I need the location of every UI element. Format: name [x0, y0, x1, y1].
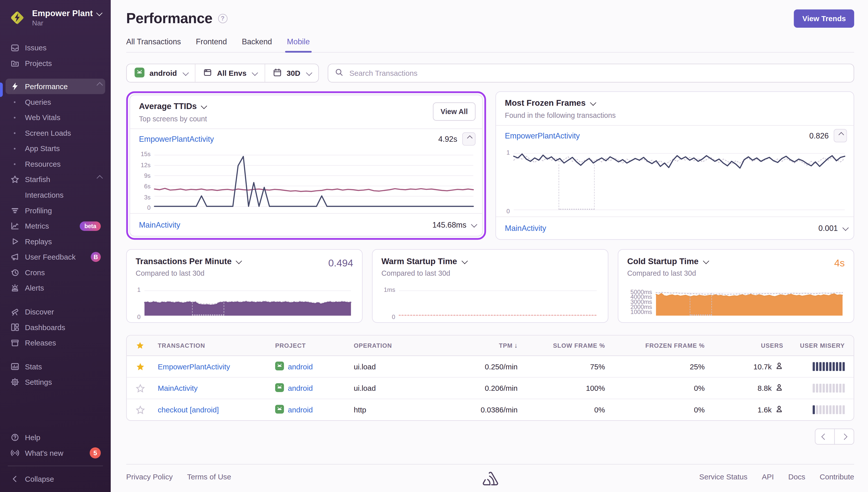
tpm-value: 0.494 [328, 257, 353, 269]
docs-link[interactable]: Docs [788, 473, 805, 481]
prev-page-button[interactable] [815, 428, 835, 445]
service-status-link[interactable]: Service Status [699, 473, 747, 481]
project-link[interactable]: android [288, 405, 313, 414]
tab-mobile[interactable]: Mobile [287, 37, 310, 52]
sidebar-item-user-feedback[interactable]: User FeedbackB [5, 249, 105, 265]
sidebar-item-label: Stats [25, 362, 42, 371]
transaction-link[interactable]: checkout [android] [158, 405, 275, 414]
metrics-icon [10, 222, 19, 230]
sidebar-item-alerts[interactable]: Alerts [5, 280, 105, 296]
misery-bar [836, 384, 838, 393]
cold-startup-title[interactable]: Cold Startup Time [627, 256, 845, 266]
collapse-button[interactable] [834, 129, 847, 142]
tab-frontend[interactable]: Frontend [196, 37, 227, 52]
sidebar-item-screen-loads[interactable]: Screen Loads [5, 125, 105, 141]
tab-all-transactions[interactable]: All Transactions [126, 37, 181, 52]
average-ttids-subtitle: Top screens by count [139, 115, 473, 123]
help-icon[interactable] [218, 14, 227, 23]
sidebar-item-crons[interactable]: Crons [5, 265, 105, 280]
col-project[interactable]: PROJECT [275, 342, 354, 349]
misery-bar [833, 384, 835, 393]
org-switcher[interactable]: Empower Plant Nar [0, 0, 111, 33]
cold-startup-value: 4s [834, 257, 845, 269]
misery-bar [816, 405, 818, 414]
nav-gap [5, 296, 105, 304]
nav-gap [5, 350, 105, 359]
dashboards-icon [10, 323, 19, 331]
col-slow-frame[interactable]: SLOW FRAME % [517, 342, 605, 349]
table-header: TRANSACTION PROJECT OPERATION TPM SLOW F… [127, 336, 854, 356]
sidebar-item-interactions[interactable]: Interactions [5, 187, 105, 203]
col-frozen-frame[interactable]: FROZEN FRAME % [605, 342, 705, 349]
average-ttids-title[interactable]: Average TTIDs [139, 101, 473, 110]
sidebar-item-settings[interactable]: Settings [5, 374, 105, 390]
environment-filter[interactable]: All Envs [195, 64, 264, 82]
misery-bar [843, 362, 845, 371]
expand-button[interactable] [471, 223, 475, 227]
sidebar-item-projects[interactable]: Projects [5, 55, 105, 71]
sidebar-item-performance[interactable]: Performance [5, 78, 105, 94]
tab-backend[interactable]: Backend [242, 37, 272, 52]
sidebar-item-help[interactable]: Help [5, 429, 105, 445]
frozen-frames-title[interactable]: Most Frozen Frames [505, 98, 845, 107]
misery-bar [839, 405, 842, 414]
view-all-button[interactable]: View All [433, 102, 476, 121]
contribute-link[interactable]: Contribute [820, 473, 854, 481]
sidebar-item-stats[interactable]: Stats [5, 359, 105, 374]
search-input[interactable] [348, 69, 847, 78]
transaction-link[interactable]: MainActivity [505, 224, 546, 232]
date-range-filter[interactable]: 30D [264, 64, 318, 82]
environment-icon [203, 68, 212, 78]
project-filter[interactable]: android [127, 64, 195, 82]
next-page-button[interactable] [834, 428, 854, 445]
star-toggle[interactable] [136, 405, 158, 414]
star-toggle[interactable] [136, 362, 158, 371]
sidebar-item-starfish[interactable]: Starfish [5, 172, 105, 187]
table-row: EmpowerPlantActivity android ui.load 0.2… [127, 356, 854, 378]
sidebar-item-metrics[interactable]: Metricsbeta [5, 218, 105, 233]
sidebar-item-dashboards[interactable]: Dashboards [5, 320, 105, 335]
sidebar-item-web-vitals[interactable]: Web Vitals [5, 109, 105, 125]
project-link[interactable]: android [288, 384, 313, 392]
col-users[interactable]: USERS [705, 342, 783, 349]
star-toggle[interactable] [136, 384, 158, 393]
col-tpm[interactable]: TPM [447, 342, 517, 349]
view-trends-button[interactable]: View Trends [794, 9, 854, 27]
col-user-misery[interactable]: USER MISERY [784, 342, 845, 349]
transaction-link[interactable]: EmpowerPlantActivity [505, 131, 580, 140]
col-operation[interactable]: OPERATION [354, 342, 446, 349]
misery-bar [826, 384, 828, 393]
sidebar-item-issues[interactable]: Issues [5, 40, 105, 55]
privacy-policy-link[interactable]: Privacy Policy [126, 473, 173, 481]
sidebar-item-profiling[interactable]: Profiling [5, 203, 105, 218]
sidebar-item-label: Web Vitals [25, 113, 60, 122]
terms-of-use-link[interactable]: Terms of Use [187, 473, 231, 481]
transaction-link[interactable]: EmpowerPlantActivity [158, 362, 275, 371]
table-row: checkout [android] android http 0.0386/m… [127, 399, 854, 420]
sidebar-item-queries[interactable]: Queries [5, 94, 105, 110]
sidebar-item-collapse[interactable]: Collapse [5, 471, 105, 487]
collapse-button[interactable] [462, 132, 476, 146]
expand-button[interactable] [843, 226, 847, 230]
warm-startup-title[interactable]: Warm Startup Time [381, 256, 599, 266]
api-link[interactable]: API [762, 473, 774, 481]
star-header-icon[interactable] [136, 341, 158, 350]
sidebar-item-discover[interactable]: Discover [5, 304, 105, 320]
sidebar-item-whats-new[interactable]: What's new5 [5, 445, 105, 461]
tpm-cell: 0.0386/min [447, 405, 517, 414]
tpm-cell: 0.206/min [447, 384, 517, 392]
transaction-link[interactable]: MainActivity [158, 384, 275, 392]
sidebar-item-replays[interactable]: Replays [5, 233, 105, 249]
tpm-title[interactable]: Transactions Per Minute [136, 256, 353, 266]
project-link[interactable]: android [288, 362, 313, 371]
col-transaction[interactable]: TRANSACTION [158, 342, 275, 349]
transaction-link[interactable]: EmpowerPlantActivity [139, 134, 214, 143]
transaction-link[interactable]: MainActivity [139, 220, 180, 229]
sort-desc-icon [514, 342, 517, 349]
user-misery-bars [784, 405, 845, 414]
release-window-marker [690, 293, 712, 316]
sidebar-item-resources[interactable]: Resources [5, 156, 105, 172]
calendar-icon [273, 68, 282, 78]
sidebar-item-releases[interactable]: Releases [5, 335, 105, 350]
sidebar-item-app-starts[interactable]: App Starts [5, 141, 105, 156]
